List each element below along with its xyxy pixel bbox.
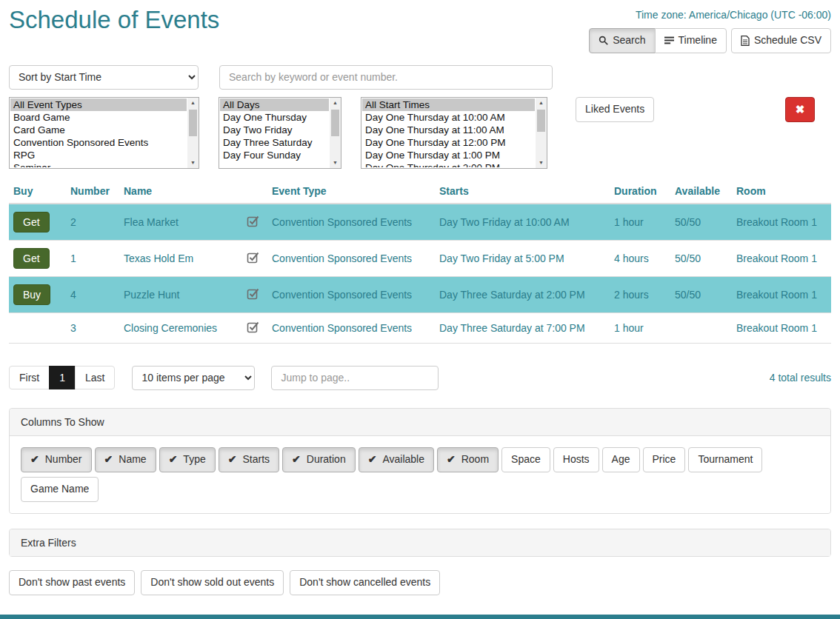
column-toggle-label: Type [183, 452, 205, 467]
column-toggle-available[interactable]: ✔Available [359, 447, 434, 472]
liked-cell [242, 312, 267, 343]
scrollbar-thumb[interactable] [331, 110, 339, 136]
sort-select[interactable]: Sort by Start Time [9, 65, 199, 90]
column-toggle-label: Game Name [30, 482, 89, 497]
listbox-scrollbar[interactable]: ▲ ▼ [187, 98, 199, 168]
liked-cell [242, 240, 267, 276]
search-view-button[interactable]: Search [589, 28, 655, 53]
listbox-option[interactable]: Day One Thursday at 12:00 PM [362, 136, 535, 149]
schedule-csv-button[interactable]: Schedule CSV [731, 28, 831, 53]
footer-bar [0, 615, 840, 619]
listbox-option[interactable]: RPG [10, 149, 187, 161]
clear-filters-button[interactable]: ✖ [785, 97, 815, 122]
listbox-option[interactable]: Board Game [10, 111, 187, 124]
extra-filter-button[interactable]: Don't show cancelled events [290, 570, 440, 595]
timeline-view-button[interactable]: Timeline [655, 28, 727, 53]
liked-checkbox-icon[interactable] [247, 251, 259, 264]
events-table-head-row: BuyNumberNameEvent TypeStartsDurationAva… [9, 179, 831, 204]
event-available: 50/50 [670, 204, 732, 241]
listbox-option[interactable]: Day Four Sunday [220, 149, 329, 161]
total-results-label: 4 total results [770, 372, 831, 384]
buy-button[interactable]: Buy [13, 284, 50, 305]
listbox-option[interactable]: Card Game [10, 124, 187, 136]
liked-checkbox-icon[interactable] [247, 287, 259, 300]
buy-cell: Get [9, 240, 66, 276]
liked-checkbox-icon[interactable] [247, 215, 259, 227]
view-toolbar: Search Timeline Schedule CSV [589, 28, 831, 53]
jump-to-page-input[interactable] [271, 366, 439, 390]
listbox-option[interactable]: Day Two Friday [220, 124, 329, 136]
last-page-button[interactable]: Last [75, 366, 115, 389]
extra-filter-button[interactable]: Don't show sold out events [141, 570, 284, 595]
liked-checkbox-icon[interactable] [247, 321, 259, 333]
listbox-option[interactable]: Day One Thursday at 10:00 AM [362, 111, 535, 124]
items-per-page-select[interactable]: 10 items per page [132, 366, 255, 390]
buy-cell: Get [9, 204, 66, 241]
event-number: 4 [66, 276, 119, 312]
event-row: Buy4Puzzle HuntConvention Sponsored Even… [9, 276, 831, 312]
extra-filter-button[interactable]: Don't show past events [9, 570, 135, 595]
event-room: Breakout Room 1 [732, 276, 831, 312]
listbox-scrollbar[interactable]: ▲ ▼ [330, 98, 341, 168]
scroll-down-icon[interactable]: ▼ [330, 158, 341, 168]
timeline-view-label: Timeline [679, 33, 717, 48]
listbox-scrollbar[interactable]: ▲ ▼ [536, 98, 547, 168]
scroll-up-icon[interactable]: ▲ [330, 98, 341, 108]
listbox-option[interactable]: Convention Sponsored Events [10, 136, 187, 149]
check-icon: ✔ [104, 452, 113, 467]
scrollbar-thumb[interactable] [189, 110, 197, 136]
listbox-option[interactable]: Day One Thursday [220, 111, 329, 124]
column-toggle-duration[interactable]: ✔Duration [282, 447, 356, 472]
listbox-option[interactable]: Day One Thursday at 2:00 PM [362, 161, 535, 167]
scrollbar-track[interactable] [187, 108, 199, 158]
listbox-option[interactable]: All Days [220, 98, 329, 111]
event-available: 50/50 [670, 276, 732, 312]
listbox-option[interactable]: All Start Times [362, 98, 535, 111]
column-toggle-hosts[interactable]: Hosts [553, 447, 599, 472]
column-header: Room [732, 179, 831, 204]
column-toggle-name[interactable]: ✔Name [95, 447, 156, 472]
start-time-listbox[interactable]: All Start TimesDay One Thursday at 10:00… [361, 97, 547, 169]
column-toggle-number[interactable]: ✔Number [21, 447, 92, 472]
listbox-option[interactable]: Day One Thursday at 1:00 PM [362, 149, 535, 161]
listbox-option[interactable]: Seminar [10, 161, 187, 167]
column-toggle-price[interactable]: Price [643, 447, 686, 472]
liked-events-label: Liked Events [585, 102, 644, 117]
column-toggle-type[interactable]: ✔Type [159, 447, 216, 472]
event-duration: 4 hours [610, 240, 670, 276]
scroll-up-icon[interactable]: ▲ [536, 98, 547, 108]
day-listbox[interactable]: All DaysDay One ThursdayDay Two FridayDa… [219, 97, 341, 169]
search-icon [599, 36, 608, 45]
buy-button[interactable]: Get [13, 212, 50, 232]
scroll-down-icon[interactable]: ▼ [536, 158, 547, 168]
keyword-search-input[interactable] [219, 65, 553, 90]
event-type-listbox[interactable]: All Event TypesBoard GameCard GameConven… [9, 97, 199, 169]
scroll-down-icon[interactable]: ▼ [187, 158, 199, 168]
events-table: BuyNumberNameEvent TypeStartsDurationAva… [9, 179, 831, 344]
current-page-button[interactable]: 1 [49, 366, 76, 389]
column-toggle-room[interactable]: ✔Room [437, 447, 499, 472]
liked-events-button[interactable]: Liked Events [576, 97, 654, 122]
event-starts: Day Three Saturday at 2:00 PM [435, 276, 610, 312]
column-toggle-label: Name [119, 452, 146, 467]
listbox-option[interactable]: All Event Types [10, 98, 187, 111]
event-row: 3Closing CeremoniesConvention Sponsored … [9, 312, 831, 343]
column-toggle-age[interactable]: Age [602, 447, 640, 472]
scrollbar-track[interactable] [330, 108, 341, 158]
scrollbar-thumb[interactable] [537, 110, 545, 132]
column-toggle-space[interactable]: Space [501, 447, 550, 472]
scrollbar-track[interactable] [536, 108, 547, 158]
extra-filters-title: Extra Filters [10, 529, 830, 556]
first-page-button[interactable]: First [9, 366, 50, 389]
scroll-up-icon[interactable]: ▲ [187, 98, 199, 108]
listbox-option[interactable]: Day One Thursday at 11:00 AM [362, 124, 535, 136]
event-room: Breakout Room 1 [732, 204, 831, 241]
column-toggle-label: Space [511, 452, 541, 467]
listbox-option[interactable]: Day Three Saturday [220, 136, 329, 149]
buy-button[interactable]: Get [13, 248, 50, 269]
column-toggle-tournament[interactable]: Tournament [688, 447, 762, 472]
column-toggle-game-name[interactable]: Game Name [21, 477, 99, 502]
column-toggle-starts[interactable]: ✔Starts [219, 447, 279, 472]
event-number: 2 [66, 204, 119, 241]
event-name: Closing Ceremonies [119, 312, 242, 343]
